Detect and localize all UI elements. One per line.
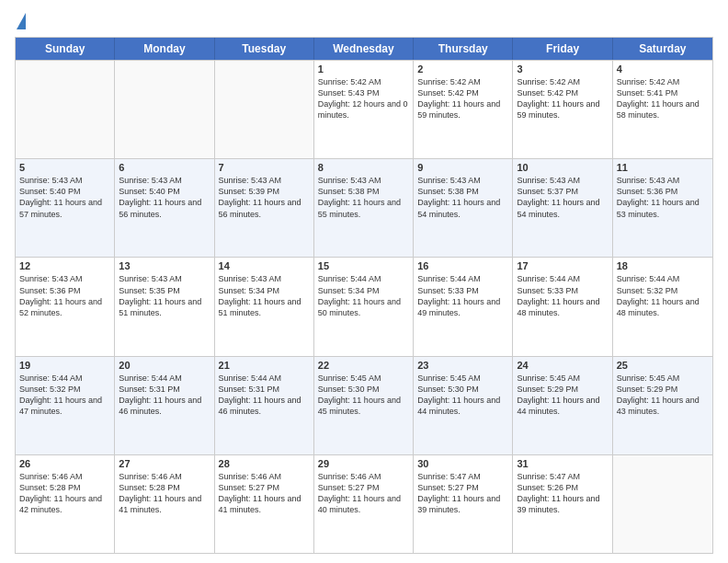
day-number: 21 bbox=[219, 360, 310, 371]
day-info: Sunrise: 5:44 AMSunset: 5:33 PMDaylight:… bbox=[417, 273, 508, 318]
calendar-week-5: 26Sunrise: 5:46 AMSunset: 5:28 PMDayligh… bbox=[16, 454, 712, 553]
day-number: 31 bbox=[517, 458, 608, 469]
day-number: 16 bbox=[417, 260, 508, 271]
day-number: 5 bbox=[19, 162, 110, 173]
logo bbox=[15, 13, 26, 29]
calendar-cell-10: 10Sunrise: 5:43 AMSunset: 5:37 PMDayligh… bbox=[513, 159, 612, 257]
calendar-cell-31: 31Sunrise: 5:47 AMSunset: 5:26 PMDayligh… bbox=[513, 455, 612, 553]
day-number: 8 bbox=[318, 162, 409, 173]
day-number: 2 bbox=[417, 63, 508, 75]
calendar-cell-2: 2Sunrise: 5:42 AMSunset: 5:42 PMDaylight… bbox=[414, 61, 513, 158]
calendar-cell-14: 14Sunrise: 5:43 AMSunset: 5:34 PMDayligh… bbox=[215, 258, 314, 355]
calendar-week-2: 5Sunrise: 5:43 AMSunset: 5:40 PMDaylight… bbox=[16, 158, 712, 257]
calendar-cell-29: 29Sunrise: 5:46 AMSunset: 5:27 PMDayligh… bbox=[314, 455, 414, 553]
day-info: Sunrise: 5:43 AMSunset: 5:38 PMDaylight:… bbox=[318, 175, 409, 220]
calendar-cell-24: 24Sunrise: 5:45 AMSunset: 5:29 PMDayligh… bbox=[513, 357, 612, 454]
day-number: 27 bbox=[119, 458, 210, 469]
day-info: Sunrise: 5:42 AMSunset: 5:42 PMDaylight:… bbox=[417, 76, 508, 121]
calendar-cell-11: 11Sunrise: 5:43 AMSunset: 5:36 PMDayligh… bbox=[613, 159, 712, 257]
day-number: 12 bbox=[19, 260, 110, 271]
day-number: 11 bbox=[617, 162, 709, 173]
calendar-header-wednesday: Wednesday bbox=[314, 38, 414, 60]
day-info: Sunrise: 5:43 AMSunset: 5:36 PMDaylight:… bbox=[19, 273, 110, 318]
day-info: Sunrise: 5:44 AMSunset: 5:33 PMDaylight:… bbox=[517, 273, 608, 318]
calendar-header-sunday: Sunday bbox=[16, 38, 115, 60]
day-number: 30 bbox=[417, 458, 508, 469]
calendar-cell-27: 27Sunrise: 5:46 AMSunset: 5:28 PMDayligh… bbox=[115, 455, 214, 553]
calendar-cell-20: 20Sunrise: 5:44 AMSunset: 5:31 PMDayligh… bbox=[115, 357, 214, 454]
day-number: 19 bbox=[19, 360, 110, 371]
day-info: Sunrise: 5:44 AMSunset: 5:34 PMDaylight:… bbox=[318, 273, 409, 318]
calendar-cell-17: 17Sunrise: 5:44 AMSunset: 5:33 PMDayligh… bbox=[513, 258, 612, 355]
calendar-cell-13: 13Sunrise: 5:43 AMSunset: 5:35 PMDayligh… bbox=[115, 258, 214, 355]
day-info: Sunrise: 5:45 AMSunset: 5:29 PMDaylight:… bbox=[617, 373, 709, 418]
calendar-week-1: 1Sunrise: 5:42 AMSunset: 5:43 PMDaylight… bbox=[16, 60, 712, 158]
day-number: 18 bbox=[617, 260, 709, 271]
calendar-cell-18: 18Sunrise: 5:44 AMSunset: 5:32 PMDayligh… bbox=[613, 258, 712, 355]
calendar-body: 1Sunrise: 5:42 AMSunset: 5:43 PMDaylight… bbox=[16, 60, 712, 553]
day-info: Sunrise: 5:45 AMSunset: 5:30 PMDaylight:… bbox=[318, 373, 409, 418]
calendar-header-tuesday: Tuesday bbox=[215, 38, 314, 60]
day-info: Sunrise: 5:43 AMSunset: 5:34 PMDaylight:… bbox=[219, 273, 310, 318]
calendar-cell-28: 28Sunrise: 5:46 AMSunset: 5:27 PMDayligh… bbox=[215, 455, 314, 553]
calendar-cell-26: 26Sunrise: 5:46 AMSunset: 5:28 PMDayligh… bbox=[16, 455, 115, 553]
day-info: Sunrise: 5:43 AMSunset: 5:39 PMDaylight:… bbox=[219, 175, 310, 220]
calendar-cell-15: 15Sunrise: 5:44 AMSunset: 5:34 PMDayligh… bbox=[314, 258, 414, 355]
header bbox=[15, 9, 713, 29]
day-info: Sunrise: 5:43 AMSunset: 5:40 PMDaylight:… bbox=[119, 175, 210, 220]
day-info: Sunrise: 5:43 AMSunset: 5:38 PMDaylight:… bbox=[417, 175, 508, 220]
calendar-cell-empty-w0-2 bbox=[215, 61, 314, 158]
day-number: 17 bbox=[517, 260, 608, 271]
day-number: 28 bbox=[219, 458, 310, 469]
day-number: 15 bbox=[318, 260, 409, 271]
calendar-cell-5: 5Sunrise: 5:43 AMSunset: 5:40 PMDaylight… bbox=[16, 159, 115, 257]
day-info: Sunrise: 5:47 AMSunset: 5:26 PMDaylight:… bbox=[517, 471, 608, 516]
day-info: Sunrise: 5:43 AMSunset: 5:37 PMDaylight:… bbox=[517, 175, 608, 220]
day-info: Sunrise: 5:46 AMSunset: 5:27 PMDaylight:… bbox=[318, 471, 409, 516]
calendar-week-3: 12Sunrise: 5:43 AMSunset: 5:36 PMDayligh… bbox=[16, 257, 712, 355]
calendar-cell-7: 7Sunrise: 5:43 AMSunset: 5:39 PMDaylight… bbox=[215, 159, 314, 257]
page: SundayMondayTuesdayWednesdayThursdayFrid… bbox=[0, 0, 728, 563]
day-info: Sunrise: 5:42 AMSunset: 5:41 PMDaylight:… bbox=[617, 76, 709, 121]
calendar-cell-8: 8Sunrise: 5:43 AMSunset: 5:38 PMDaylight… bbox=[314, 159, 414, 257]
calendar-cell-1: 1Sunrise: 5:42 AMSunset: 5:43 PMDaylight… bbox=[314, 61, 414, 158]
calendar-cell-6: 6Sunrise: 5:43 AMSunset: 5:40 PMDaylight… bbox=[115, 159, 214, 257]
day-number: 1 bbox=[318, 63, 409, 75]
calendar-header-row: SundayMondayTuesdayWednesdayThursdayFrid… bbox=[16, 38, 712, 60]
calendar-header-thursday: Thursday bbox=[414, 38, 513, 60]
calendar-cell-9: 9Sunrise: 5:43 AMSunset: 5:38 PMDaylight… bbox=[414, 159, 513, 257]
day-info: Sunrise: 5:43 AMSunset: 5:35 PMDaylight:… bbox=[119, 273, 210, 318]
calendar: SundayMondayTuesdayWednesdayThursdayFrid… bbox=[15, 37, 713, 554]
day-number: 4 bbox=[617, 63, 709, 75]
day-number: 20 bbox=[119, 360, 210, 371]
calendar-cell-23: 23Sunrise: 5:45 AMSunset: 5:30 PMDayligh… bbox=[414, 357, 513, 454]
day-number: 7 bbox=[219, 162, 310, 173]
calendar-cell-19: 19Sunrise: 5:44 AMSunset: 5:32 PMDayligh… bbox=[16, 357, 115, 454]
day-info: Sunrise: 5:46 AMSunset: 5:27 PMDaylight:… bbox=[219, 471, 310, 516]
day-number: 3 bbox=[517, 63, 608, 75]
day-info: Sunrise: 5:44 AMSunset: 5:31 PMDaylight:… bbox=[119, 373, 210, 418]
day-number: 13 bbox=[119, 260, 210, 271]
day-info: Sunrise: 5:47 AMSunset: 5:27 PMDaylight:… bbox=[417, 471, 508, 516]
day-number: 9 bbox=[417, 162, 508, 173]
day-info: Sunrise: 5:46 AMSunset: 5:28 PMDaylight:… bbox=[119, 471, 210, 516]
calendar-cell-16: 16Sunrise: 5:44 AMSunset: 5:33 PMDayligh… bbox=[414, 258, 513, 355]
day-number: 26 bbox=[19, 458, 110, 469]
calendar-cell-21: 21Sunrise: 5:44 AMSunset: 5:31 PMDayligh… bbox=[215, 357, 314, 454]
calendar-cell-30: 30Sunrise: 5:47 AMSunset: 5:27 PMDayligh… bbox=[414, 455, 513, 553]
calendar-cell-empty-w0-0 bbox=[16, 61, 115, 158]
day-info: Sunrise: 5:43 AMSunset: 5:36 PMDaylight:… bbox=[617, 175, 709, 220]
day-info: Sunrise: 5:45 AMSunset: 5:29 PMDaylight:… bbox=[517, 373, 608, 418]
calendar-cell-12: 12Sunrise: 5:43 AMSunset: 5:36 PMDayligh… bbox=[16, 258, 115, 355]
calendar-header-saturday: Saturday bbox=[613, 38, 712, 60]
calendar-cell-22: 22Sunrise: 5:45 AMSunset: 5:30 PMDayligh… bbox=[314, 357, 414, 454]
day-info: Sunrise: 5:43 AMSunset: 5:40 PMDaylight:… bbox=[19, 175, 110, 220]
day-info: Sunrise: 5:44 AMSunset: 5:31 PMDaylight:… bbox=[219, 373, 310, 418]
calendar-week-4: 19Sunrise: 5:44 AMSunset: 5:32 PMDayligh… bbox=[16, 356, 712, 454]
calendar-cell-3: 3Sunrise: 5:42 AMSunset: 5:42 PMDaylight… bbox=[513, 61, 612, 158]
day-info: Sunrise: 5:42 AMSunset: 5:42 PMDaylight:… bbox=[517, 76, 608, 121]
day-number: 29 bbox=[318, 458, 409, 469]
day-number: 14 bbox=[219, 260, 310, 271]
day-number: 6 bbox=[119, 162, 210, 173]
day-number: 22 bbox=[318, 360, 409, 371]
